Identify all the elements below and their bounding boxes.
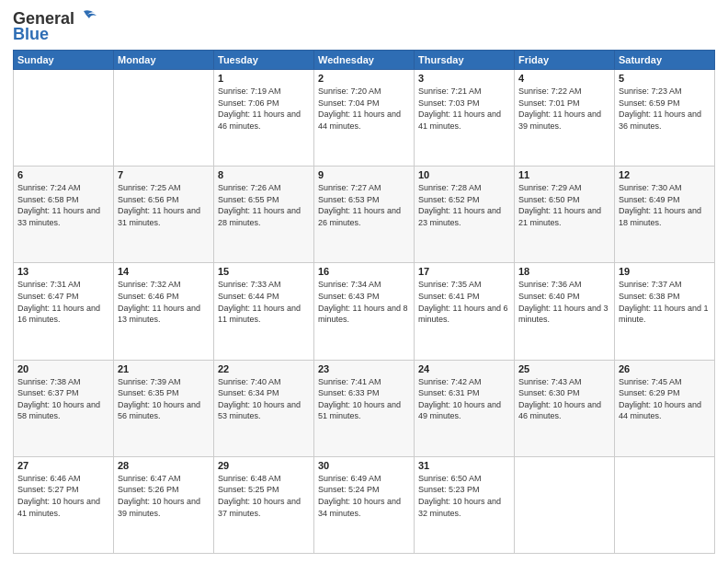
- calendar-table: Sunday Monday Tuesday Wednesday Thursday…: [13, 50, 715, 554]
- table-row: 5Sunrise: 7:23 AM Sunset: 6:59 PM Daylig…: [615, 70, 715, 167]
- day-number: 22: [218, 363, 310, 374]
- day-info: Sunrise: 7:42 AM Sunset: 6:31 PM Dayligh…: [418, 376, 510, 422]
- table-row: 4Sunrise: 7:22 AM Sunset: 7:01 PM Daylig…: [515, 70, 615, 167]
- day-number: 5: [619, 73, 711, 84]
- day-info: Sunrise: 7:27 AM Sunset: 6:53 PM Dayligh…: [318, 182, 410, 228]
- day-number: 10: [418, 169, 510, 180]
- day-number: 28: [118, 460, 210, 471]
- calendar-week-row: 1Sunrise: 7:19 AM Sunset: 7:06 PM Daylig…: [14, 70, 715, 167]
- day-number: 7: [118, 169, 210, 180]
- day-number: 12: [619, 169, 711, 180]
- table-row: [14, 70, 114, 167]
- day-number: 13: [17, 266, 109, 277]
- day-number: 20: [17, 363, 109, 374]
- table-row: 27Sunrise: 6:46 AM Sunset: 5:27 PM Dayli…: [14, 456, 114, 553]
- table-row: 24Sunrise: 7:42 AM Sunset: 6:31 PM Dayli…: [415, 360, 515, 456]
- table-row: 7Sunrise: 7:25 AM Sunset: 6:56 PM Daylig…: [114, 167, 214, 263]
- table-row: 1Sunrise: 7:19 AM Sunset: 7:06 PM Daylig…: [214, 70, 314, 167]
- day-number: 2: [318, 73, 410, 84]
- logo-bird-icon: [76, 9, 97, 26]
- day-info: Sunrise: 7:34 AM Sunset: 6:43 PM Dayligh…: [318, 279, 410, 325]
- day-info: Sunrise: 7:20 AM Sunset: 7:04 PM Dayligh…: [318, 86, 410, 132]
- table-row: 19Sunrise: 7:37 AM Sunset: 6:38 PM Dayli…: [615, 263, 715, 360]
- col-tuesday: Tuesday: [214, 51, 314, 70]
- day-number: 30: [318, 460, 410, 471]
- day-number: 6: [17, 169, 109, 180]
- table-row: [114, 70, 214, 167]
- col-monday: Monday: [114, 51, 214, 70]
- day-info: Sunrise: 7:32 AM Sunset: 6:46 PM Dayligh…: [118, 279, 210, 325]
- day-info: Sunrise: 7:35 AM Sunset: 6:41 PM Dayligh…: [418, 279, 510, 325]
- day-number: 31: [418, 460, 510, 471]
- day-info: Sunrise: 7:45 AM Sunset: 6:29 PM Dayligh…: [619, 376, 711, 422]
- day-info: Sunrise: 7:36 AM Sunset: 6:40 PM Dayligh…: [518, 279, 610, 325]
- day-number: 24: [418, 363, 510, 374]
- day-info: Sunrise: 6:50 AM Sunset: 5:23 PM Dayligh…: [418, 473, 510, 519]
- day-number: 29: [218, 460, 310, 471]
- day-info: Sunrise: 7:41 AM Sunset: 6:33 PM Dayligh…: [318, 376, 410, 422]
- day-number: 15: [218, 266, 310, 277]
- table-row: [515, 456, 615, 553]
- day-info: Sunrise: 7:31 AM Sunset: 6:47 PM Dayligh…: [17, 279, 109, 325]
- table-row: 30Sunrise: 6:49 AM Sunset: 5:24 PM Dayli…: [314, 456, 415, 553]
- table-row: 6Sunrise: 7:24 AM Sunset: 6:58 PM Daylig…: [14, 167, 114, 263]
- table-row: 26Sunrise: 7:45 AM Sunset: 6:29 PM Dayli…: [615, 360, 715, 456]
- table-row: 12Sunrise: 7:30 AM Sunset: 6:49 PM Dayli…: [615, 167, 715, 263]
- table-row: 10Sunrise: 7:28 AM Sunset: 6:52 PM Dayli…: [415, 167, 515, 263]
- calendar-week-row: 20Sunrise: 7:38 AM Sunset: 6:37 PM Dayli…: [14, 360, 715, 456]
- col-friday: Friday: [515, 51, 615, 70]
- col-saturday: Saturday: [615, 51, 715, 70]
- day-number: 23: [318, 363, 410, 374]
- calendar-week-row: 6Sunrise: 7:24 AM Sunset: 6:58 PM Daylig…: [14, 167, 715, 263]
- table-row: 20Sunrise: 7:38 AM Sunset: 6:37 PM Dayli…: [14, 360, 114, 456]
- day-info: Sunrise: 7:39 AM Sunset: 6:35 PM Dayligh…: [118, 376, 210, 422]
- col-sunday: Sunday: [14, 51, 114, 70]
- logo-blue-text: Blue: [13, 25, 49, 44]
- day-info: Sunrise: 6:47 AM Sunset: 5:26 PM Dayligh…: [118, 473, 210, 519]
- table-row: 3Sunrise: 7:21 AM Sunset: 7:03 PM Daylig…: [415, 70, 515, 167]
- day-info: Sunrise: 7:23 AM Sunset: 6:59 PM Dayligh…: [619, 86, 711, 132]
- day-number: 21: [118, 363, 210, 374]
- day-info: Sunrise: 7:21 AM Sunset: 7:03 PM Dayligh…: [418, 86, 510, 132]
- day-info: Sunrise: 6:48 AM Sunset: 5:25 PM Dayligh…: [218, 473, 310, 519]
- day-number: 19: [619, 266, 711, 277]
- day-number: 11: [518, 169, 610, 180]
- day-number: 1: [218, 73, 310, 84]
- day-number: 8: [218, 169, 310, 180]
- calendar-week-row: 13Sunrise: 7:31 AM Sunset: 6:47 PM Dayli…: [14, 263, 715, 360]
- day-info: Sunrise: 7:22 AM Sunset: 7:01 PM Dayligh…: [518, 86, 610, 132]
- day-info: Sunrise: 7:33 AM Sunset: 6:44 PM Dayligh…: [218, 279, 310, 325]
- day-info: Sunrise: 7:37 AM Sunset: 6:38 PM Dayligh…: [619, 279, 711, 325]
- table-row: 31Sunrise: 6:50 AM Sunset: 5:23 PM Dayli…: [415, 456, 515, 553]
- table-row: 22Sunrise: 7:40 AM Sunset: 6:34 PM Dayli…: [214, 360, 314, 456]
- table-row: 21Sunrise: 7:39 AM Sunset: 6:35 PM Dayli…: [114, 360, 214, 456]
- day-info: Sunrise: 7:30 AM Sunset: 6:49 PM Dayligh…: [619, 182, 711, 228]
- day-number: 25: [518, 363, 610, 374]
- table-row: 23Sunrise: 7:41 AM Sunset: 6:33 PM Dayli…: [314, 360, 415, 456]
- header: General Blue: [13, 9, 715, 44]
- day-info: Sunrise: 7:25 AM Sunset: 6:56 PM Dayligh…: [118, 182, 210, 228]
- day-number: 17: [418, 266, 510, 277]
- logo: General Blue: [13, 9, 97, 44]
- calendar-header-row: Sunday Monday Tuesday Wednesday Thursday…: [14, 51, 715, 70]
- day-number: 14: [118, 266, 210, 277]
- table-row: 11Sunrise: 7:29 AM Sunset: 6:50 PM Dayli…: [515, 167, 615, 263]
- day-info: Sunrise: 6:49 AM Sunset: 5:24 PM Dayligh…: [318, 473, 410, 519]
- day-info: Sunrise: 7:43 AM Sunset: 6:30 PM Dayligh…: [518, 376, 610, 422]
- day-number: 26: [619, 363, 711, 374]
- table-row: 8Sunrise: 7:26 AM Sunset: 6:55 PM Daylig…: [214, 167, 314, 263]
- calendar-week-row: 27Sunrise: 6:46 AM Sunset: 5:27 PM Dayli…: [14, 456, 715, 553]
- table-row: 25Sunrise: 7:43 AM Sunset: 6:30 PM Dayli…: [515, 360, 615, 456]
- table-row: 14Sunrise: 7:32 AM Sunset: 6:46 PM Dayli…: [114, 263, 214, 360]
- table-row: 17Sunrise: 7:35 AM Sunset: 6:41 PM Dayli…: [415, 263, 515, 360]
- day-info: Sunrise: 7:38 AM Sunset: 6:37 PM Dayligh…: [17, 376, 109, 422]
- table-row: 29Sunrise: 6:48 AM Sunset: 5:25 PM Dayli…: [214, 456, 314, 553]
- table-row: 18Sunrise: 7:36 AM Sunset: 6:40 PM Dayli…: [515, 263, 615, 360]
- table-row: 28Sunrise: 6:47 AM Sunset: 5:26 PM Dayli…: [114, 456, 214, 553]
- day-number: 18: [518, 266, 610, 277]
- table-row: [615, 456, 715, 553]
- day-number: 27: [17, 460, 109, 471]
- day-info: Sunrise: 7:29 AM Sunset: 6:50 PM Dayligh…: [518, 182, 610, 228]
- day-info: Sunrise: 6:46 AM Sunset: 5:27 PM Dayligh…: [17, 473, 109, 519]
- day-number: 3: [418, 73, 510, 84]
